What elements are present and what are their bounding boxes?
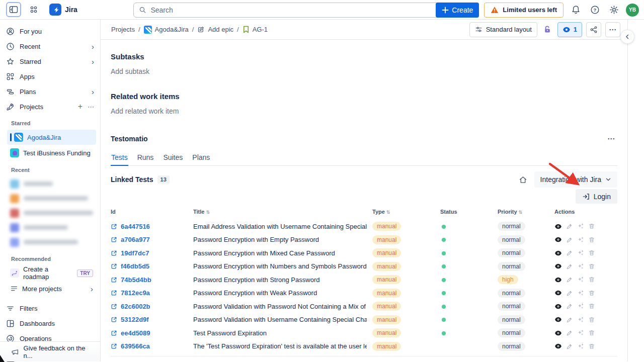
test-id-link[interactable]: a706a977 — [121, 236, 150, 243]
limited-users-button[interactable]: Limited users left — [484, 3, 564, 18]
edit-test-button[interactable] — [566, 276, 573, 283]
test-id-link[interactable]: f46db5d5 — [121, 262, 149, 270]
sidebar-item-projects[interactable]: Projects + ⋯ — [0, 99, 100, 114]
watchers-button[interactable]: 1 — [557, 22, 582, 37]
sidebar-item-plans[interactable]: Plans › — [0, 84, 100, 99]
test-id-link[interactable]: 7812ec9a — [121, 289, 150, 297]
recent-blurred-item[interactable] — [7, 235, 96, 249]
edit-test-button[interactable] — [566, 263, 573, 270]
sidebar-item-recent[interactable]: Recent › — [0, 39, 100, 54]
home-icon[interactable] — [519, 175, 527, 184]
search-input[interactable] — [150, 6, 457, 14]
delete-test-button[interactable] — [588, 223, 595, 230]
sidebar-item-apps[interactable]: Apps — [0, 69, 100, 84]
breadcrumb-add-epic[interactable]: Add epic — [197, 26, 233, 33]
share-button[interactable] — [586, 22, 601, 37]
help-button[interactable]: ? — [588, 3, 602, 17]
sidebar-item-create-roadmap[interactable]: Create a roadmap TRY — [7, 265, 96, 281]
edit-test-button[interactable] — [566, 249, 573, 256]
ai-sparkles-button[interactable] — [577, 290, 584, 297]
breadcrumb-projects[interactable]: Projects — [111, 26, 135, 33]
delete-test-button[interactable] — [588, 249, 595, 256]
sidebar-item-filters[interactable]: Filters — [0, 301, 100, 316]
ai-sparkles-button[interactable] — [577, 276, 584, 283]
test-id-link[interactable]: 74b5d4bb — [121, 276, 151, 284]
sidebar-item-more-projects[interactable]: More projects › — [7, 281, 96, 296]
test-id-link[interactable]: 62c6002b — [121, 303, 150, 310]
ai-sparkles-button[interactable] — [577, 236, 584, 243]
sidebar-project-agoda-jira[interactable]: Agoda&Jira — [7, 130, 96, 145]
expand-panel-button[interactable] — [620, 30, 634, 44]
edit-test-button[interactable] — [566, 316, 573, 323]
col-title[interactable]: Title⇅ — [193, 209, 372, 215]
breadcrumb-project[interactable]: Agoda&Jira — [144, 26, 189, 34]
sidebar-toggle-button[interactable] — [6, 2, 21, 17]
test-id-link[interactable]: 19df7dc7 — [121, 249, 149, 257]
testomatio-more-button[interactable]: ⋯ — [605, 133, 617, 144]
edit-test-button[interactable] — [566, 329, 573, 336]
tab-tests[interactable]: Tests — [111, 151, 128, 166]
view-test-button[interactable] — [554, 250, 562, 256]
suite-filter-dropdown[interactable]: Integration with Jira — [534, 171, 617, 188]
delete-test-button[interactable] — [588, 236, 595, 243]
projects-more-icon[interactable]: ⋯ — [88, 103, 94, 111]
view-test-button[interactable] — [554, 303, 562, 310]
view-test-button[interactable] — [554, 343, 562, 349]
edit-test-button[interactable] — [566, 303, 573, 310]
breadcrumb-issue[interactable]: AG-1 — [243, 26, 268, 33]
ai-sparkles-button[interactable] — [577, 329, 584, 336]
delete-test-button[interactable] — [588, 343, 595, 350]
delete-test-button[interactable] — [588, 329, 595, 336]
view-test-button[interactable] — [554, 316, 562, 323]
recent-blurred-item[interactable] — [7, 192, 96, 205]
standard-layout-button[interactable]: Standard layout — [469, 22, 537, 37]
more-actions-button[interactable]: ⋯ — [605, 22, 620, 37]
recent-blurred-item[interactable] — [7, 177, 96, 191]
edit-test-button[interactable] — [566, 290, 573, 297]
ai-sparkles-button[interactable] — [577, 343, 584, 350]
view-test-button[interactable] — [554, 223, 562, 230]
add-subtask-button[interactable]: Add subtask — [111, 67, 617, 75]
edit-test-button[interactable] — [566, 223, 573, 230]
view-test-button[interactable] — [554, 263, 562, 269]
sidebar-item-starred[interactable]: Starred › — [0, 54, 100, 69]
give-feedback-button[interactable]: Give feedback on the n... — [0, 341, 100, 361]
ai-sparkles-button[interactable] — [577, 316, 584, 323]
recent-blurred-item[interactable] — [7, 221, 96, 234]
login-button[interactable]: Login — [576, 189, 617, 204]
global-search[interactable] — [133, 3, 463, 18]
ai-sparkles-button[interactable] — [577, 263, 584, 270]
col-priority[interactable]: Priority⇅ — [498, 209, 554, 215]
test-id-link[interactable]: 53122d9f — [121, 316, 149, 323]
delete-test-button[interactable] — [588, 316, 595, 323]
unlock-button[interactable] — [541, 23, 553, 37]
create-button[interactable]: Create — [436, 3, 479, 18]
col-type[interactable]: Type⇅ — [372, 209, 440, 215]
user-avatar[interactable]: YB — [626, 4, 639, 17]
test-id-link[interactable]: 639566ca — [121, 342, 150, 350]
add-related-work-item-button[interactable]: Add related work item — [111, 107, 617, 115]
jira-logo[interactable]: Jira — [49, 4, 77, 16]
view-test-button[interactable] — [554, 236, 562, 243]
sidebar-project-ibusiness[interactable]: Test iBusiness Funding — [7, 145, 96, 160]
delete-test-button[interactable] — [588, 303, 595, 310]
recent-blurred-item[interactable] — [7, 206, 96, 220]
tab-runs[interactable]: Runs — [137, 151, 154, 166]
notifications-button[interactable] — [569, 3, 583, 17]
edit-test-button[interactable] — [566, 236, 573, 243]
tab-plans[interactable]: Plans — [192, 151, 210, 166]
ai-sparkles-button[interactable] — [577, 223, 584, 230]
sidebar-item-for-you[interactable]: For you — [0, 24, 100, 39]
ai-sparkles-button[interactable] — [577, 249, 584, 256]
tab-suites[interactable]: Suites — [163, 151, 183, 166]
sidebar-item-dashboards[interactable]: Dashboards — [0, 316, 100, 331]
test-id-link[interactable]: ee4d5089 — [121, 329, 150, 337]
view-test-button[interactable] — [554, 330, 562, 336]
col-id[interactable]: Id — [111, 209, 193, 215]
app-switcher-button[interactable] — [26, 2, 41, 17]
add-project-icon[interactable]: + — [78, 102, 83, 111]
view-test-button[interactable] — [554, 277, 562, 283]
delete-test-button[interactable] — [588, 276, 595, 283]
edit-test-button[interactable] — [566, 343, 573, 350]
view-test-button[interactable] — [554, 290, 562, 296]
